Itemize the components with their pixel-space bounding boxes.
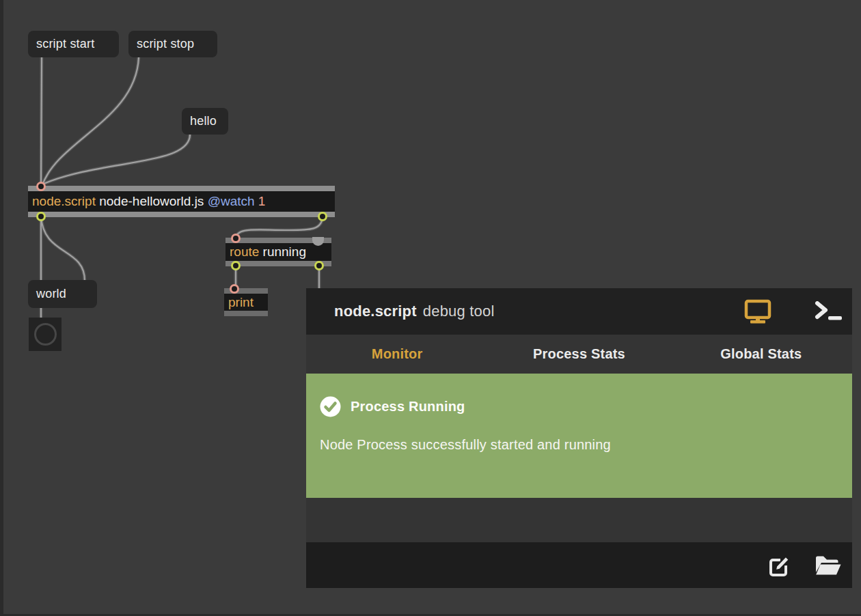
- message-box-world[interactable]: world: [28, 280, 97, 308]
- object-name: print: [228, 295, 254, 310]
- monitor-icon[interactable]: [741, 288, 775, 335]
- object-text: node.script node-helloworld.js @watch 1: [28, 191, 335, 212]
- inlet-port[interactable]: [230, 284, 239, 294]
- panel-title-regular: debug tool: [423, 303, 495, 320]
- tab-label: Monitor: [372, 346, 423, 362]
- message-box-hello[interactable]: hello: [182, 108, 228, 135]
- message-label: world: [36, 287, 66, 301]
- tab-label: Process Stats: [533, 346, 625, 362]
- message-label: script stop: [137, 37, 194, 51]
- node-script-debug-panel: node.script debug tool Monitor: [306, 288, 852, 588]
- open-folder-icon[interactable]: [812, 542, 845, 588]
- outlet-strip: [28, 212, 335, 217]
- object-text: print: [224, 294, 268, 311]
- tab-label: Global Stats: [720, 346, 802, 362]
- panel-spacer: [306, 498, 852, 542]
- panel-header: node.script debug tool: [306, 288, 852, 335]
- object-text: route running: [226, 243, 331, 261]
- bang-circle: [34, 323, 57, 346]
- status-title: Process Running: [351, 399, 465, 415]
- tab-process-stats[interactable]: Process Stats: [488, 335, 670, 374]
- tab-global-stats[interactable]: Global Stats: [670, 335, 852, 374]
- object-box-node-script[interactable]: node.script node-helloworld.js @watch 1: [28, 186, 335, 217]
- outlet-port-left[interactable]: [231, 261, 241, 270]
- message-label: script start: [36, 37, 94, 51]
- outlet-port-right[interactable]: [318, 212, 327, 221]
- object-name: node.script: [32, 194, 96, 209]
- terminal-icon[interactable]: [810, 288, 849, 335]
- object-box-route[interactable]: route running: [226, 238, 331, 266]
- panel-title-bold: node.script: [334, 303, 417, 320]
- check-circle-icon: [320, 396, 341, 417]
- edit-icon[interactable]: [763, 542, 796, 588]
- message-box-script-stop[interactable]: script stop: [128, 31, 217, 57]
- object-attr: @watch: [208, 194, 255, 209]
- inlet-port[interactable]: [36, 182, 46, 191]
- inlet-port[interactable]: [231, 234, 241, 243]
- object-attr-value: 1: [255, 194, 266, 209]
- inlet-strip: [28, 186, 335, 191]
- monitor-status-view: Process Running Node Process successfull…: [306, 374, 852, 498]
- object-name: route: [230, 244, 259, 260]
- panel-tab-bar: Monitor Process Stats Global Stats: [306, 335, 852, 374]
- outlet-strip: [224, 311, 268, 316]
- panel-footer: [306, 542, 852, 588]
- status-row: Process Running: [320, 396, 838, 417]
- max-patcher-window: script start script stop hello world nod…: [0, 0, 861, 616]
- object-arg: running: [259, 244, 306, 260]
- tab-monitor[interactable]: Monitor: [306, 335, 488, 374]
- bang-button[interactable]: [29, 318, 62, 351]
- object-arg-file: node-helloworld.js: [96, 194, 208, 209]
- object-box-print[interactable]: print: [224, 288, 268, 316]
- outlet-port-left[interactable]: [36, 212, 46, 221]
- outlet-port-right[interactable]: [314, 261, 324, 270]
- message-box-script-start[interactable]: script start: [28, 31, 119, 57]
- status-message: Node Process successfully started and ru…: [320, 437, 838, 453]
- message-label: hello: [190, 114, 217, 128]
